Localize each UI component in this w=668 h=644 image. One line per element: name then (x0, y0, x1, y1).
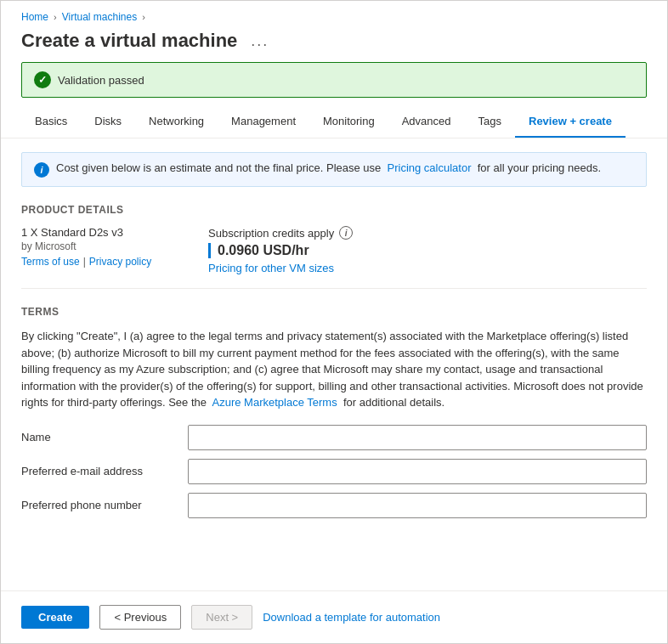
terms-text: By clicking "Create", I (a) agree to the… (21, 328, 647, 411)
email-label: Preferred e-mail address (21, 465, 174, 477)
phone-label: Preferred phone number (21, 499, 174, 511)
breadcrumb: Home › Virtual machines › (1, 1, 667, 26)
tab-management[interactable]: Management (218, 108, 309, 138)
terms-section: TERMS By clicking "Create", I (a) agree … (21, 306, 647, 518)
tab-monitoring[interactable]: Monitoring (309, 108, 388, 138)
next-button: Next > (191, 605, 252, 630)
main-window: Home › Virtual machines › Create a virtu… (0, 0, 668, 644)
email-field-group: Preferred e-mail address (21, 459, 647, 484)
create-button[interactable]: Create (21, 606, 89, 629)
tab-basics[interactable]: Basics (21, 108, 81, 138)
name-label: Name (21, 431, 174, 443)
breadcrumb-virtual-machines[interactable]: Virtual machines (62, 11, 138, 23)
page-title-row: Create a virtual machine ... (1, 26, 667, 62)
tab-disks[interactable]: Disks (81, 108, 135, 138)
phone-input[interactable] (188, 493, 647, 518)
tab-networking[interactable]: Networking (135, 108, 218, 138)
validation-check-icon (34, 71, 51, 88)
breadcrumb-sep2: › (142, 12, 145, 22)
phone-field-group: Preferred phone number (21, 493, 647, 518)
info-text: Cost given below is an estimate and not … (56, 161, 601, 174)
pricing-info-bar: Cost given below is an estimate and not … (21, 152, 647, 187)
tab-advanced[interactable]: Advanced (388, 108, 465, 138)
breadcrumb-sep1: › (54, 12, 57, 22)
breadcrumb-home[interactable]: Home (21, 11, 48, 23)
subscription-credits-label: Subscription credits apply (208, 227, 334, 240)
pricing-details: Subscription credits apply i 0.0960 USD/… (208, 226, 353, 274)
azure-marketplace-terms-link[interactable]: Azure Marketplace Terms (212, 396, 337, 409)
product-by: by Microsoft (21, 240, 174, 252)
terms-of-use-link[interactable]: Terms of use (21, 256, 80, 268)
tab-tags[interactable]: Tags (465, 108, 515, 138)
product-info: 1 X Standard D2s v3 by Microsoft Terms o… (21, 226, 174, 268)
privacy-policy-link[interactable]: Privacy policy (89, 256, 151, 268)
product-name: 1 X Standard D2s v3 (21, 226, 174, 239)
automation-template-link[interactable]: Download a template for automation (263, 611, 440, 624)
terms-header: TERMS (21, 306, 647, 318)
product-details-header: PRODUCT DETAILS (21, 204, 647, 216)
name-field-group: Name (21, 425, 647, 450)
product-links: Terms of use | Privacy policy (21, 256, 174, 268)
info-icon (34, 162, 49, 178)
name-input[interactable] (188, 425, 647, 450)
product-details-row: 1 X Standard D2s v3 by Microsoft Terms o… (21, 226, 647, 274)
price-value: 0.0960 USD/hr (208, 243, 353, 258)
email-input[interactable] (188, 459, 647, 484)
pricing-calculator-link[interactable]: Pricing calculator (388, 161, 472, 174)
pricing-other-sizes-link[interactable]: Pricing for other VM sizes (208, 262, 353, 274)
subscription-info-icon[interactable]: i (339, 226, 353, 240)
subscription-credits-row: Subscription credits apply i (208, 226, 353, 240)
tab-bar: Basics Disks Networking Management Monit… (1, 108, 667, 138)
page-title: Create a virtual machine (21, 30, 237, 52)
previous-button[interactable]: < Previous (99, 605, 181, 630)
tab-review-create[interactable]: Review + create (515, 108, 626, 138)
more-options-button[interactable]: ... (246, 31, 274, 52)
validation-banner: Validation passed (21, 62, 647, 98)
divider-1 (21, 288, 647, 289)
link-separator: | (83, 256, 86, 268)
validation-message: Validation passed (58, 74, 144, 87)
main-content: Cost given below is an estimate and not … (1, 138, 667, 590)
footer: Create < Previous Next > Download a temp… (1, 590, 667, 643)
